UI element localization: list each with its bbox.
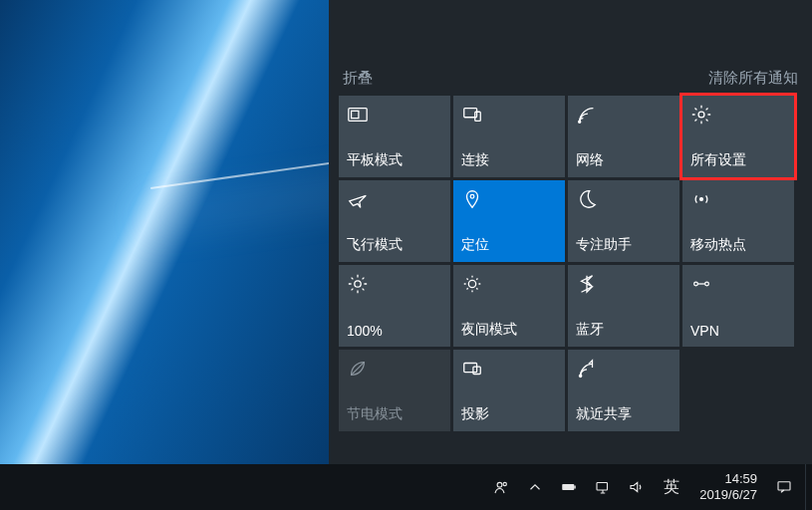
hotspot-icon	[690, 188, 712, 210]
svg-point-9	[468, 280, 475, 287]
tray-ime-indicator[interactable]: 英	[654, 464, 689, 510]
connect-icon	[461, 104, 483, 126]
svg-point-15	[497, 482, 502, 487]
airplane-icon	[347, 188, 369, 210]
tile-network[interactable]: 网络	[568, 96, 679, 177]
tablet-icon	[347, 104, 369, 126]
svg-rect-18	[574, 486, 576, 489]
svg-point-10	[694, 282, 698, 286]
tile-mobile-hotspot[interactable]: 移动热点	[682, 180, 794, 262]
tile-label: 节电模式	[347, 405, 442, 423]
show-desktop-button[interactable]	[805, 464, 812, 510]
tile-all-settings[interactable]: 所有设置	[682, 96, 794, 177]
leaf-icon	[347, 358, 369, 380]
tile-nearby-sharing[interactable]: 就近共享	[568, 350, 679, 431]
sun-icon	[347, 273, 369, 295]
tile-label: 投影	[461, 405, 557, 423]
tile-location[interactable]: 定位	[453, 180, 565, 262]
network-icon	[576, 104, 598, 126]
bluetooth-icon	[576, 273, 598, 295]
tile-tablet-mode[interactable]: 平板模式	[339, 96, 450, 177]
location-icon	[461, 188, 483, 210]
tile-connect[interactable]: 连接	[453, 96, 565, 177]
tile-battery-saver[interactable]: 节电模式	[339, 350, 450, 431]
quick-actions-grid: 平板模式 连接 网络 所有设置 飞行模式 定位	[329, 96, 812, 431]
vpn-icon	[690, 273, 712, 295]
tray-time: 14:59	[724, 471, 757, 487]
tile-label: VPN	[690, 323, 786, 339]
tile-label: 网络	[576, 151, 672, 169]
svg-point-11	[705, 282, 709, 286]
svg-point-7	[700, 198, 703, 201]
taskbar: 英 14:59 2019/6/27	[0, 464, 812, 510]
tile-label: 连接	[461, 151, 557, 169]
action-center-panel: 折叠 清除所有通知 平板模式 连接 网络 所有设置 飞行模式	[329, 0, 812, 464]
tile-airplane-mode[interactable]: 飞行模式	[339, 180, 450, 262]
svg-rect-19	[597, 483, 608, 491]
project-icon	[461, 358, 483, 380]
tray-date: 2019/6/27	[699, 487, 757, 503]
tile-bluetooth[interactable]: 蓝牙	[568, 265, 679, 347]
tile-label: 平板模式	[347, 151, 442, 169]
svg-rect-20	[778, 482, 790, 490]
tile-vpn[interactable]: VPN	[682, 265, 794, 347]
tray-chevron-up-icon[interactable]	[518, 464, 552, 510]
tray-network-icon[interactable]	[586, 464, 620, 510]
tile-focus-assist[interactable]: 专注助手	[568, 180, 679, 262]
collapse-link[interactable]: 折叠	[343, 69, 373, 88]
tray-volume-icon[interactable]	[620, 464, 654, 510]
svg-point-14	[579, 375, 581, 377]
tile-label: 定位	[461, 236, 557, 254]
svg-point-6	[470, 194, 474, 198]
tile-label: 夜间模式	[461, 321, 557, 339]
svg-point-4	[579, 121, 581, 123]
svg-rect-17	[562, 484, 574, 490]
tile-label: 所有设置	[690, 151, 786, 169]
tray-clock[interactable]: 14:59 2019/6/27	[689, 464, 767, 510]
svg-point-8	[355, 281, 361, 287]
tray-people-icon[interactable]	[484, 464, 518, 510]
tile-label: 蓝牙	[576, 321, 672, 339]
gear-icon	[690, 104, 712, 126]
moon-icon	[576, 188, 598, 210]
tray-action-center-icon[interactable]	[767, 464, 801, 510]
desktop-wallpaper[interactable]	[0, 0, 329, 464]
share-icon	[576, 358, 598, 380]
tray-battery-icon[interactable]	[552, 464, 586, 510]
svg-point-5	[698, 112, 704, 118]
tile-label: 专注助手	[576, 236, 672, 254]
clear-all-link[interactable]: 清除所有通知	[708, 69, 798, 88]
tile-brightness[interactable]: 100%	[339, 265, 450, 347]
nightlight-icon	[461, 273, 483, 295]
tile-night-light[interactable]: 夜间模式	[453, 265, 565, 347]
tile-label: 飞行模式	[347, 236, 442, 254]
svg-point-16	[503, 482, 506, 485]
tile-project[interactable]: 投影	[453, 350, 565, 431]
svg-rect-3	[475, 112, 481, 121]
tile-label: 100%	[347, 323, 442, 339]
tile-label: 就近共享	[576, 405, 672, 423]
svg-rect-12	[464, 364, 477, 373]
svg-rect-1	[352, 111, 359, 118]
tile-label: 移动热点	[690, 236, 786, 254]
